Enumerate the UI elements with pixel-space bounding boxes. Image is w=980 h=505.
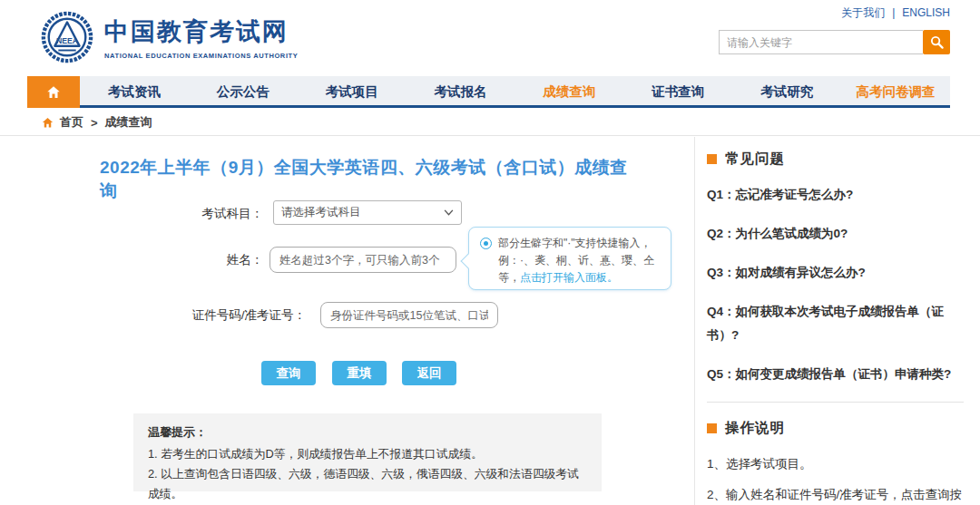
top-links-separator: | [892,6,895,19]
nav-item-exam-programs[interactable]: 考试项目 [298,76,407,105]
sidebar: 常见问题 Q1：忘记准考证号怎么办? Q2：为什么笔试成绩为0? Q3：如对成绩… [694,137,980,505]
open-input-panel-link[interactable]: 点击打开输入面板。 [520,271,618,284]
nav-item-exam-news[interactable]: 考试资讯 [80,76,189,105]
subject-label: 考试科目： [54,206,263,222]
query-button[interactable]: 查询 [261,361,316,385]
instruction-step: 2、输入姓名和证件号码/准考证号，点击查询按钮进行查询。 [707,483,964,505]
faq-item-q3[interactable]: Q3：如对成绩有异议怎么办? [707,261,964,285]
instructions-header: 操作说明 [707,419,964,438]
magnifier-icon [930,35,944,49]
nav-item-public-notices[interactable]: 公示公告 [189,76,298,105]
orange-square-icon [707,154,717,164]
page-title: 2022年上半年（9月）全国大学英语四、六级考试（含口试）成绩查询 [100,156,644,203]
main-nav: 考试资讯 公示公告 考试项目 考试报名 成绩查询 证书查询 考试研究 高考问卷调… [27,76,950,108]
faq-item-q2[interactable]: Q2：为什么笔试成绩为0? [707,222,964,246]
search-bar [719,30,950,54]
breadcrumb-bar: 首页 > 成绩查询 [0,111,980,136]
site-name: 中国教育考试网 [104,15,298,48]
search-button[interactable] [923,30,950,54]
site-brand: 中国教育考试网 NATIONAL EDUCATION EXAMINATIONS … [104,15,298,60]
id-input[interactable] [320,302,498,328]
breadcrumb: 首页 > 成绩查询 [41,114,152,131]
faq-item-q4[interactable]: Q4：如何获取本次考试电子成绩报告单（证书）? [707,300,964,347]
header-top-links: 关于我们|ENGLISH [841,5,950,21]
radio-dot-icon [480,238,492,249]
breadcrumb-home[interactable]: 首页 [60,114,83,131]
warm-tips-line: 1. 若考生的口试成绩为D等，则成绩报告单上不报道其口试成绩。 [148,444,587,464]
back-button[interactable]: 返回 [402,361,456,385]
rare-character-tooltip: 部分生僻字和"·"支持快捷输入，例：·、䶮、桐、䜣、惪、璎、仝 等，点击打开输入… [468,227,671,290]
faq-item-q5[interactable]: Q5：如何变更成绩报告单（证书）申请种类? [707,363,964,386]
nav-item-exam-research[interactable]: 考试研究 [732,76,841,105]
house-icon [45,84,62,101]
faq-item-q1[interactable]: Q1：忘记准考证号怎么办? [707,183,964,207]
house-icon [41,116,54,130]
warm-tips-line: 2. 以上查询包含日语四级、六级，德语四级、六级，俄语四级、六级和法语四级考试成… [148,464,587,504]
site-logo[interactable]: NEEA 中国教育考试网 NATIONAL EDUCATION EXAMINAT… [41,11,298,63]
id-label: 证件号码/准考证号： [97,307,306,324]
subject-select[interactable]: 请选择考试科目 [273,200,462,225]
instruction-step: 1、选择考试项目。 [707,452,964,476]
english-link[interactable]: ENGLISH [902,6,950,19]
search-input[interactable] [719,30,923,54]
nav-item-certificate-query[interactable]: 证书查询 [623,76,732,105]
nav-home-button[interactable] [27,76,80,108]
faq-header: 常见问题 [707,150,964,169]
name-input[interactable] [270,247,456,273]
tooltip-text: 部分生僻字和"·"支持快捷输入，例：·、䶮、桐、䜣、惪、璎、仝 等，点击打开输入… [498,235,662,286]
instructions-title: 操作说明 [725,419,785,438]
svg-text:NEEA: NEEA [56,36,79,45]
faq-title: 常见问题 [725,150,785,169]
nav-item-exam-registration[interactable]: 考试报名 [407,76,515,105]
name-label: 姓名： [54,252,263,268]
tooltip-arrow [461,254,476,269]
breadcrumb-separator: > [91,116,98,130]
chevron-down-icon [444,209,454,216]
neea-seal-icon: NEEA [41,11,93,63]
orange-square-icon [707,423,717,433]
site-subtitle: NATIONAL EDUCATION EXAMINATIONS AUTHORIT… [104,52,298,60]
breadcrumb-current: 成绩查询 [105,114,152,131]
about-us-link[interactable]: 关于我们 [841,6,885,19]
instructions-section: 操作说明 1、选择考试项目。 2、输入姓名和证件号码/准考证号，点击查询按钮进行… [707,402,964,505]
page: 关于我们|ENGLISH NEEA 中国教育考试网 NATIONAL EDUCA… [0,0,980,505]
nav-item-gaokao-survey[interactable]: 高考问卷调查 [841,76,950,105]
warm-tips-title: 温馨提示： [148,424,587,441]
reset-button[interactable]: 重填 [332,361,387,385]
subject-select-value: 请选择考试科目 [281,205,361,220]
warm-tips-box: 温馨提示： 1. 若考生的口试成绩为D等，则成绩报告单上不报道其口试成绩。 2.… [133,413,602,491]
nav-item-score-query[interactable]: 成绩查询 [515,76,624,105]
